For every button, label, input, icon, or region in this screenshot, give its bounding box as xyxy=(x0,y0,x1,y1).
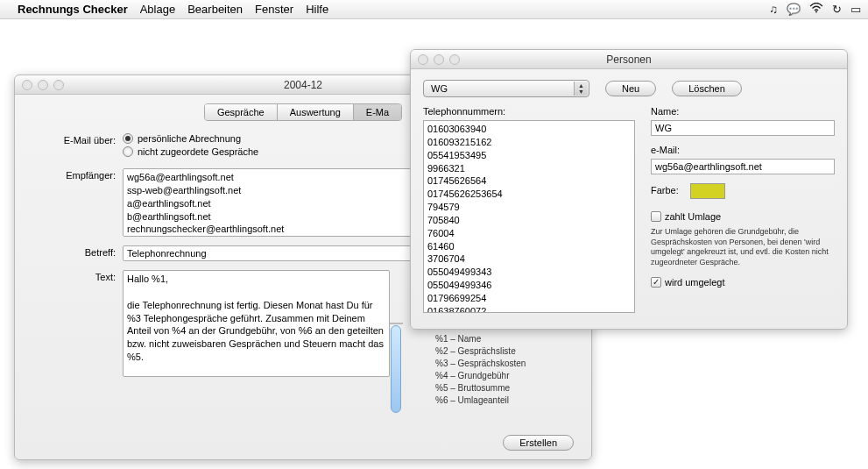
body-scrollbar[interactable] xyxy=(390,323,403,324)
name-label: Name: xyxy=(651,106,835,117)
color-label: Farbe: xyxy=(651,185,679,195)
phone-item[interactable]: 76004 xyxy=(427,227,631,240)
window-persons: Personen WG ▲▼ Neu Löschen Telephonnumme… xyxy=(410,49,848,330)
radio-personal-label: persönliche Abrechnung xyxy=(138,133,241,144)
name-field[interactable] xyxy=(651,120,835,136)
minimize-button[interactable] xyxy=(434,54,444,65)
close-button[interactable] xyxy=(418,54,428,65)
phone-item[interactable]: 01796699254 xyxy=(427,292,631,305)
placeholder-3: %3 – Gesprächskosten xyxy=(435,358,526,370)
menu-ablage[interactable]: Ablage xyxy=(140,3,175,16)
zoom-button[interactable] xyxy=(53,80,64,90)
phone-item[interactable]: 01638760072 xyxy=(427,305,631,313)
phone-item[interactable]: 016093215162 xyxy=(427,136,631,149)
label-subject: Betreff: xyxy=(31,245,123,258)
delete-button[interactable]: Löschen xyxy=(672,81,742,96)
persons-window-title: Personen xyxy=(411,53,847,66)
phone-item[interactable]: 055049499343 xyxy=(427,266,631,279)
display-icon[interactable]: ▭ xyxy=(850,3,861,16)
placeholder-6: %6 – Umlageanteil xyxy=(435,394,526,407)
phones-label: Telephonnummern: xyxy=(423,106,635,117)
phone-item[interactable]: 055049499346 xyxy=(427,279,631,292)
placeholder-5: %5 – Bruttosumme xyxy=(435,382,526,394)
email-field[interactable] xyxy=(651,159,835,174)
label-text: Text: xyxy=(31,270,123,282)
close-button[interactable] xyxy=(22,80,32,90)
titlebar-persons[interactable]: Personen xyxy=(411,50,847,69)
phone-item[interactable]: 01603063940 xyxy=(427,123,631,136)
phone-item[interactable]: 705840 xyxy=(427,214,631,227)
phone-item[interactable]: 794579 xyxy=(427,201,631,214)
label-recipients: Empfänger: xyxy=(31,168,123,181)
zoom-button[interactable] xyxy=(449,54,460,65)
tab-evaluation[interactable]: Auswertung xyxy=(278,104,354,120)
window-controls xyxy=(15,80,64,90)
radio-unassigned-label: nicht zugeordete Gespräche xyxy=(138,146,258,157)
wifi-icon[interactable] xyxy=(809,3,823,16)
menu-hilfe[interactable]: Hilfe xyxy=(306,3,328,16)
person-select-value: WG xyxy=(431,83,448,94)
phone-item[interactable]: 9966321 xyxy=(427,162,631,175)
menubar: Rechnungs Checker Ablage Bearbeiten Fens… xyxy=(0,0,868,19)
menu-bearbeiten[interactable]: Bearbeiten xyxy=(187,3,243,16)
sync-icon[interactable]: ↻ xyxy=(832,3,842,16)
tab-calls[interactable]: Gespräche xyxy=(205,104,278,120)
radio-personal[interactable] xyxy=(123,133,133,144)
phone-item[interactable]: 61460 xyxy=(427,240,631,253)
placeholder-2: %2 – Gesprächsliste xyxy=(435,345,526,358)
music-icon[interactable]: ♫ xyxy=(769,3,778,16)
menu-fenster[interactable]: Fenster xyxy=(255,3,293,16)
minimize-button[interactable] xyxy=(38,80,48,90)
tab-group: Gespräche Auswertung E-Ma xyxy=(204,103,402,121)
placeholder-legend: P %1 – Name %2 – Gesprächsliste %3 – Ges… xyxy=(435,321,526,407)
popup-arrows-icon: ▲▼ xyxy=(574,82,588,96)
pays-label: zahlt Umlage xyxy=(665,211,721,222)
svg-point-0 xyxy=(815,11,817,13)
label-email-ueber: E-Mail über: xyxy=(31,133,123,146)
phone-item[interactable]: 01745626564 xyxy=(427,174,631,188)
pays-checkbox[interactable] xyxy=(651,211,661,222)
placeholder-4: %4 – Grundgebühr xyxy=(435,370,526,382)
phone-item[interactable]: 05541953495 xyxy=(427,149,631,162)
umlage-help-text: Zur Umlage gehören die Grundgebühr, die … xyxy=(651,227,835,268)
phone-item[interactable]: 01745626253654 xyxy=(427,188,631,201)
tab-email[interactable]: E-Ma xyxy=(354,104,401,120)
placeholder-1: %1 – Name xyxy=(435,333,526,345)
chat-icon[interactable]: 💬 xyxy=(787,3,801,16)
color-swatch[interactable] xyxy=(690,183,725,199)
body-text-field[interactable]: Hallo %1, die Telephonrechnung ist ferti… xyxy=(123,270,390,377)
redistributed-label: wird umgelegt xyxy=(665,277,724,288)
redistributed-checkbox[interactable]: ✓ xyxy=(651,277,661,288)
app-menu[interactable]: Rechnungs Checker xyxy=(18,3,128,16)
create-button[interactable]: Erstellen xyxy=(503,435,574,451)
new-button[interactable]: Neu xyxy=(605,81,656,96)
radio-unassigned[interactable] xyxy=(123,146,133,157)
phone-item[interactable]: 3706704 xyxy=(427,252,631,266)
window-controls-persons xyxy=(411,54,460,65)
email-label: e-Mail: xyxy=(651,145,835,155)
phones-listbox[interactable]: 01603063940 016093215162 05541953495 996… xyxy=(423,120,635,313)
person-select-popup[interactable]: WG ▲▼ xyxy=(423,80,589,97)
